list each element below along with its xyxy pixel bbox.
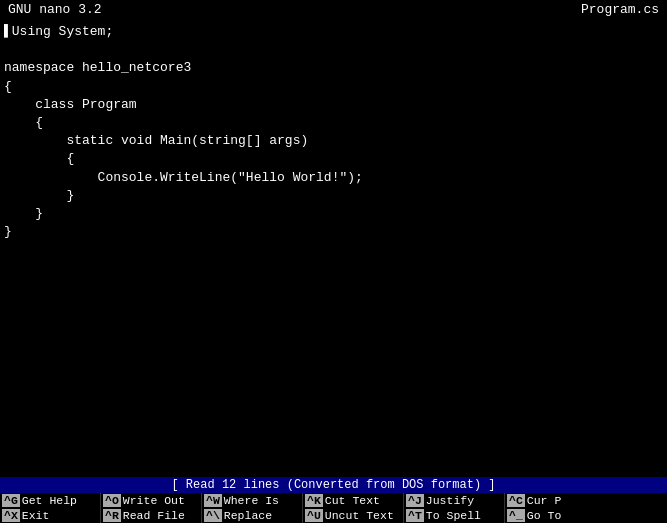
code-line: { xyxy=(4,78,663,96)
code-line: namespace hello_netcore3 xyxy=(4,59,663,77)
file-name: Program.cs xyxy=(581,2,659,17)
code-line: class Program xyxy=(4,96,663,114)
code-line: { xyxy=(4,114,663,132)
shortcut-row-1: ^GGet Help^OWrite Out^WWhere Is^KCut Tex… xyxy=(0,493,667,508)
code-line: Console.WriteLine("Hello World!"); xyxy=(4,169,663,187)
title-bar: GNU nano 3.2 Program.cs xyxy=(0,0,667,19)
shortcut-key: ^_ xyxy=(507,509,525,522)
shortcut-label: Replace xyxy=(224,509,272,522)
shortcut-label: To Spell xyxy=(426,509,481,522)
shortcut-label: Uncut Text xyxy=(325,509,394,522)
shortcut-item[interactable]: ^UUncut Text xyxy=(303,508,403,523)
shortcut-label: Write Out xyxy=(123,494,185,507)
shortcut-key: ^X xyxy=(2,509,20,522)
app-title: GNU nano 3.2 xyxy=(8,2,102,17)
shortcuts-container: ^GGet Help^OWrite Out^WWhere Is^KCut Tex… xyxy=(0,493,667,523)
code-line xyxy=(4,41,663,59)
shortcut-label: Exit xyxy=(22,509,50,522)
shortcut-item[interactable]: ^XExit xyxy=(0,508,100,523)
shortcut-key: ^\ xyxy=(204,509,222,522)
shortcut-item[interactable]: ^\Replace xyxy=(202,508,302,523)
shortcut-row-2: ^XExit^RRead File^\Replace^UUncut Text^T… xyxy=(0,508,667,523)
shortcut-item[interactable]: ^KCut Text xyxy=(303,493,403,508)
shortcut-key: ^J xyxy=(406,494,424,507)
code-line: { xyxy=(4,150,663,168)
shortcut-item[interactable]: ^CCur P xyxy=(505,493,605,508)
shortcut-label: Cur P xyxy=(527,494,562,507)
code-line: } xyxy=(4,187,663,205)
shortcut-key: ^R xyxy=(103,509,121,522)
shortcut-label: Get Help xyxy=(22,494,77,507)
shortcut-key: ^K xyxy=(305,494,323,507)
shortcut-key: ^U xyxy=(305,509,323,522)
shortcut-key: ^T xyxy=(406,509,424,522)
code-line: } xyxy=(4,223,663,241)
editor-area[interactable]: ▌Using System; namespace hello_netcore3{… xyxy=(0,19,667,477)
shortcut-item[interactable]: ^TTo Spell xyxy=(404,508,504,523)
shortcut-item[interactable]: ^GGet Help xyxy=(0,493,100,508)
shortcut-key: ^O xyxy=(103,494,121,507)
shortcut-item[interactable]: ^OWrite Out xyxy=(101,493,201,508)
shortcut-label: Cut Text xyxy=(325,494,380,507)
shortcut-label: Read File xyxy=(123,509,185,522)
shortcut-label: Where Is xyxy=(224,494,279,507)
status-message: [ Read 12 lines (Converted from DOS form… xyxy=(0,477,667,493)
code-line: } xyxy=(4,205,663,223)
code-line: ▌Using System; xyxy=(4,23,663,41)
shortcut-label: Go To xyxy=(527,509,562,522)
shortcut-key: ^C xyxy=(507,494,525,507)
shortcut-item[interactable]: ^_Go To xyxy=(505,508,605,523)
shortcut-key: ^W xyxy=(204,494,222,507)
code-line: static void Main(string[] args) xyxy=(4,132,663,150)
shortcut-item[interactable]: ^WWhere Is xyxy=(202,493,302,508)
shortcut-label: Justify xyxy=(426,494,474,507)
shortcut-item[interactable]: ^RRead File xyxy=(101,508,201,523)
shortcut-key: ^G xyxy=(2,494,20,507)
shortcut-item[interactable]: ^JJustify xyxy=(404,493,504,508)
